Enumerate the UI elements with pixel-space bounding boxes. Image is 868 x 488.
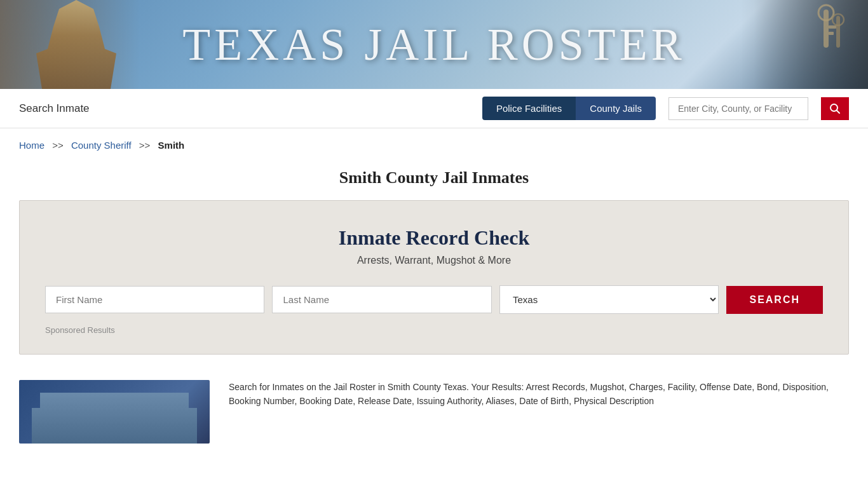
keys-icon: [804, 3, 868, 86]
svg-line-7: [837, 110, 840, 113]
county-jails-button[interactable]: County Jails: [576, 97, 656, 120]
record-card-subtitle: Arrests, Warrant, Mugshot & More: [45, 255, 823, 266]
svg-rect-3: [829, 32, 834, 35]
record-search-row: Texas Alabama Alaska Arizona Arkansas Ca…: [45, 285, 823, 314]
nav-facility-buttons: Police Facilities County Jails: [482, 97, 656, 120]
police-facilities-button[interactable]: Police Facilities: [482, 97, 576, 120]
navbar-brand: Search Inmate: [19, 102, 470, 115]
search-icon: [829, 103, 841, 114]
breadcrumb-home[interactable]: Home: [19, 140, 44, 151]
building-shape: [32, 393, 197, 444]
first-name-input[interactable]: [45, 286, 264, 313]
breadcrumb-county-sheriff[interactable]: County Sheriff: [71, 140, 132, 151]
navbar: Search Inmate Police Facilities County J…: [0, 89, 868, 128]
bottom-section: Search for Inmates on the Jail Roster in…: [0, 374, 868, 444]
header-banner: Texas Jail Roster: [0, 0, 868, 89]
breadcrumb-sep-2: >>: [139, 140, 151, 151]
record-search-button[interactable]: SEARCH: [726, 286, 823, 314]
svg-rect-0: [824, 10, 829, 48]
bottom-description: Search for Inmates on the Jail Roster in…: [229, 380, 849, 444]
breadcrumb: Home >> County Sheriff >> Smith: [0, 128, 868, 162]
record-card-title: Inmate Record Check: [45, 226, 823, 250]
state-select[interactable]: Texas Alabama Alaska Arizona Arkansas Ca…: [499, 285, 719, 314]
keys-overlay: [754, 0, 868, 89]
facility-search-button[interactable]: [821, 97, 849, 120]
breadcrumb-current: Smith: [158, 140, 185, 151]
sponsored-results-label: Sponsored Results: [45, 325, 823, 335]
svg-rect-4: [836, 16, 840, 48]
facility-search-input[interactable]: [668, 97, 808, 120]
record-check-card: Inmate Record Check Arrests, Warrant, Mu…: [19, 200, 849, 355]
page-title: Smith County Jail Inmates: [0, 168, 868, 187]
breadcrumb-sep-1: >>: [52, 140, 64, 151]
svg-rect-2: [829, 25, 836, 29]
county-building-image: [19, 380, 210, 444]
banner-title: Texas Jail Roster: [182, 18, 685, 71]
last-name-input[interactable]: [272, 286, 491, 313]
